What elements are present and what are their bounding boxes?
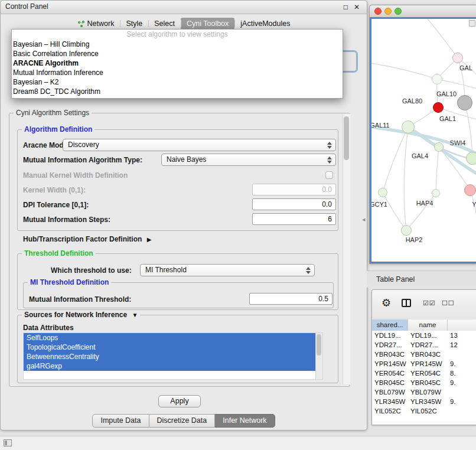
manual-kernel-label: Manual Kernel Width Definition	[23, 171, 128, 180]
table-row[interactable]: YBR043CYBR043C	[372, 350, 476, 359]
network-window-titlebar[interactable]	[370, 5, 476, 18]
algorithm-definition-title: Algorithm Definition	[22, 125, 94, 134]
attributes-scrollbar[interactable]	[315, 333, 322, 379]
close-traffic-light[interactable]	[374, 8, 382, 15]
desktop: ◂ Control Panel □ ✕ NetworkStyleSelectCy…	[0, 0, 476, 450]
attribute-item[interactable]: SelfLoops	[24, 333, 316, 343]
manual-kernel-checkbox[interactable]	[325, 171, 333, 179]
algorithm-option[interactable]: ARACNE Algorithm	[12, 58, 343, 68]
node-label: SWI4	[450, 139, 466, 146]
close-icon[interactable]: ✕	[354, 2, 360, 12]
network-node[interactable]	[433, 102, 444, 113]
minimize-traffic-light[interactable]	[384, 8, 392, 15]
algorithm-popup-placeholder: Select algorithm to view settings	[12, 30, 343, 40]
algorithm-option[interactable]: Bayesian – Hill Climbing	[12, 40, 343, 49]
collapsed-arrow-icon[interactable]: ▶	[147, 236, 152, 243]
node-label: GCY1	[370, 201, 387, 208]
bottom-tab-infer-network[interactable]: Infer Network	[215, 414, 275, 428]
attribute-item[interactable]: BetweennessCentrality	[24, 352, 316, 361]
bottom-tab-discretize-data[interactable]: Discretize Data	[149, 414, 216, 428]
aracne-mode-select[interactable]: Discovery	[63, 139, 336, 151]
expanded-arrow-icon[interactable]: ▼	[132, 312, 138, 318]
attribute-item[interactable]: gal4RGexp	[24, 361, 316, 371]
tab-cyni-toolbox[interactable]: Cyni Toolbox	[181, 18, 234, 30]
network-node[interactable]	[432, 74, 442, 84]
mi-steps-field[interactable]: 6	[252, 213, 336, 225]
network-node[interactable]	[466, 152, 476, 165]
algorithm-option[interactable]: Bayesian – K2	[12, 77, 343, 87]
hub-section-label[interactable]: Hub/Transcription Factor Definition ▶	[23, 234, 151, 244]
control-panel-titlebar[interactable]: Control Panel □ ✕	[1, 1, 367, 14]
network-node[interactable]	[402, 120, 415, 133]
stepper-icon	[327, 156, 332, 164]
column-header-shared[interactable]: shared...	[372, 319, 408, 331]
tab-jactivemodules[interactable]: jActiveModules	[234, 18, 296, 30]
table-cell: YBL079W	[372, 387, 408, 397]
algorithm-option[interactable]: Mutual Information Inference	[12, 68, 343, 77]
select-checked-icon[interactable]: ☑☑	[423, 299, 436, 307]
table-cell: YPR145W	[408, 359, 448, 369]
node-label: GAL11	[370, 122, 389, 129]
table-cell: 9.	[448, 397, 476, 406]
minimize-icon[interactable]: □	[344, 2, 348, 12]
cyni-settings-title: Cyni Algorithm Settings	[14, 109, 92, 118]
network-node[interactable]	[457, 95, 472, 110]
tab-network[interactable]: Network	[71, 18, 120, 30]
column-header-extra[interactable]	[448, 319, 476, 331]
table-row[interactable]: YPR145WYPR145W9.	[372, 359, 476, 369]
node-label: GAL4	[412, 152, 428, 159]
select-unchecked-icon[interactable]: ☐☐	[442, 299, 455, 307]
table-row[interactable]: YBR045CYBR045C9.	[372, 378, 476, 387]
zoom-traffic-light[interactable]	[395, 8, 402, 15]
network-view-window: GALGAL80GAL10GAL11GAL1SWI4GAL4GCY1HAP4HA…	[369, 5, 476, 264]
table-row[interactable]: YDL19...YDL19...13	[372, 331, 476, 340]
table-cell: YBR043C	[408, 350, 448, 359]
column-header-name[interactable]: name	[408, 319, 448, 331]
network-node[interactable]	[434, 142, 444, 152]
table-cell: YDR27...	[372, 340, 408, 350]
bottom-tab-impute-data[interactable]: Impute Data	[92, 414, 149, 428]
threshold-definition-title: Threshold Definition	[22, 249, 96, 258]
settings-scrollbar-thumb[interactable]	[344, 116, 349, 160]
mi-type-select[interactable]: Naive Bayes	[161, 154, 336, 166]
attribute-item[interactable]: TopologicalCoefficient	[24, 343, 316, 352]
algorithm-option[interactable]: Basic Correlation Inference	[12, 49, 343, 58]
dpi-tolerance-field[interactable]: 0.0	[252, 198, 336, 210]
settings-scrollbar[interactable]	[343, 114, 350, 384]
columns-icon[interactable]	[402, 299, 411, 307]
table-panel-title: Table Panel	[376, 275, 415, 283]
table-cell: YER054C	[372, 369, 408, 378]
table-cell: 8.	[448, 369, 476, 378]
panel-splitter-arrow[interactable]: ◂	[362, 216, 366, 223]
bottom-status-strip	[0, 436, 476, 450]
network-node[interactable]	[452, 53, 463, 63]
mi-threshold-field[interactable]: 0.5	[249, 293, 332, 305]
table-row[interactable]: YER054CYER054C8.	[372, 369, 476, 378]
canvas-corner-widget[interactable]	[469, 20, 475, 27]
network-canvas[interactable]: GALGAL80GAL10GAL11GAL1SWI4GAL4GCY1HAP4HA…	[370, 17, 476, 263]
table-row[interactable]: YLR345WYLR345W9.	[372, 397, 476, 406]
kernel-width-field[interactable]: 0.0	[252, 184, 336, 195]
apply-button[interactable]: Apply	[158, 395, 201, 407]
network-node[interactable]	[432, 189, 440, 197]
network-node[interactable]	[464, 184, 476, 196]
table-row[interactable]: YIL052CYIL052C	[372, 406, 476, 416]
tab-style[interactable]: Style	[120, 18, 148, 30]
table-cell: YIL052C	[408, 406, 448, 416]
table-cell: YLR345W	[372, 397, 408, 406]
which-threshold-value: MI Threshold	[145, 266, 187, 274]
table-row[interactable]: YBL079WYBL079W	[372, 387, 476, 397]
table-row[interactable]: YDR27...YDR27...12	[372, 340, 476, 350]
tab-select[interactable]: Select	[148, 18, 181, 30]
table-header-row: shared... name	[372, 319, 476, 331]
network-node[interactable]	[378, 188, 387, 197]
which-threshold-select[interactable]: MI Threshold	[140, 264, 315, 276]
algorithm-option[interactable]: Dream8 DC_TDC Algorithm	[12, 87, 343, 96]
network-node[interactable]	[401, 225, 412, 236]
data-attributes-list[interactable]: SelfLoopsTopologicalCoefficientBetweenne…	[23, 332, 323, 380]
attributes-scrollbar-thumb[interactable]	[317, 334, 321, 356]
table-cell: YDL19...	[372, 331, 408, 340]
gear-icon[interactable]: ⚙	[382, 297, 391, 309]
bottom-panel-icon[interactable]	[4, 439, 12, 446]
sources-group-title[interactable]: Sources for Network Inference ▼	[22, 311, 140, 319]
